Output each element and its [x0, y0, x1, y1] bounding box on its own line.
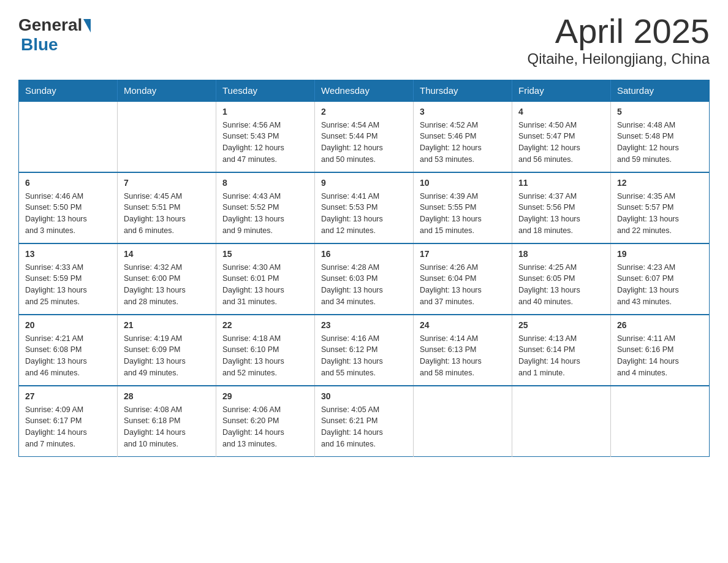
day-number: 2 — [321, 105, 407, 118]
day-info: Sunrise: 4:33 AM — [25, 262, 111, 274]
day-info: Sunrise: 4:32 AM — [124, 262, 210, 274]
day-number: 15 — [222, 248, 308, 261]
day-info: Daylight: 13 hours — [518, 213, 604, 225]
day-info: and 53 minutes. — [420, 154, 506, 166]
logo-general-text: General — [18, 15, 82, 35]
day-info: Sunrise: 4:08 AM — [124, 404, 210, 416]
day-info: and 25 minutes. — [25, 296, 111, 308]
day-number: 8 — [222, 177, 308, 190]
day-info: Daylight: 14 hours — [222, 427, 308, 439]
day-info: and 59 minutes. — [617, 154, 703, 166]
day-number: 4 — [518, 105, 604, 118]
calendar-cell: 12Sunrise: 4:35 AMSunset: 5:57 PMDayligh… — [611, 172, 710, 243]
day-info: Sunset: 6:17 PM — [25, 415, 111, 427]
weekday-header-tuesday: Tuesday — [216, 80, 315, 101]
day-info: Sunset: 6:21 PM — [321, 415, 407, 427]
day-number: 18 — [518, 248, 604, 261]
calendar-cell: 2Sunrise: 4:54 AMSunset: 5:44 PMDaylight… — [315, 101, 414, 172]
day-info: Sunrise: 4:26 AM — [420, 262, 506, 274]
day-info: and 52 minutes. — [222, 367, 308, 379]
day-info: Sunrise: 4:21 AM — [25, 333, 111, 345]
day-number: 5 — [617, 105, 703, 118]
day-info: and 22 minutes. — [617, 225, 703, 237]
calendar-cell: 1Sunrise: 4:56 AMSunset: 5:43 PMDaylight… — [216, 101, 315, 172]
day-info: Daylight: 14 hours — [617, 356, 703, 367]
week-row: 13Sunrise: 4:33 AMSunset: 5:59 PMDayligh… — [19, 243, 710, 315]
day-info: Sunset: 6:04 PM — [420, 273, 506, 285]
day-info: Sunset: 5:56 PM — [518, 202, 604, 213]
week-row: 27Sunrise: 4:09 AMSunset: 6:17 PMDayligh… — [19, 386, 710, 457]
day-info: Sunset: 6:05 PM — [518, 273, 604, 285]
day-info: Sunrise: 4:39 AM — [420, 191, 506, 202]
day-number: 14 — [124, 248, 210, 261]
day-number: 12 — [617, 177, 703, 190]
day-info: Sunrise: 4:13 AM — [518, 333, 604, 345]
day-number: 21 — [124, 319, 210, 332]
day-info: Sunrise: 4:54 AM — [321, 120, 407, 131]
day-info: and 58 minutes. — [420, 367, 506, 379]
calendar-cell: 13Sunrise: 4:33 AMSunset: 5:59 PMDayligh… — [19, 243, 118, 315]
day-info: Sunset: 5:53 PM — [321, 202, 407, 213]
calendar-cell: 3Sunrise: 4:52 AMSunset: 5:46 PMDaylight… — [414, 101, 512, 172]
day-number: 27 — [25, 390, 111, 403]
day-info: and 49 minutes. — [124, 367, 210, 379]
calendar-cell: 6Sunrise: 4:46 AMSunset: 5:50 PMDaylight… — [19, 172, 118, 243]
day-info: Daylight: 13 hours — [222, 285, 308, 296]
day-info: Daylight: 13 hours — [321, 213, 407, 225]
weekday-header-saturday: Saturday — [611, 80, 710, 101]
day-number: 22 — [222, 319, 308, 332]
calendar-header: SundayMondayTuesdayWednesdayThursdayFrid… — [19, 80, 710, 101]
day-info: Sunrise: 4:46 AM — [25, 191, 111, 202]
day-number: 28 — [124, 390, 210, 403]
day-number: 3 — [420, 105, 506, 118]
day-info: Sunset: 5:57 PM — [617, 202, 703, 213]
day-info: Daylight: 14 hours — [25, 427, 111, 439]
day-info: Sunset: 6:13 PM — [420, 344, 506, 356]
day-info: Daylight: 12 hours — [420, 142, 506, 154]
calendar-cell — [19, 101, 118, 172]
week-row: 1Sunrise: 4:56 AMSunset: 5:43 PMDaylight… — [19, 101, 710, 172]
calendar-title: April 2025 — [527, 12, 710, 50]
day-number: 10 — [420, 177, 506, 190]
calendar-cell: 19Sunrise: 4:23 AMSunset: 6:07 PMDayligh… — [611, 243, 710, 315]
day-number: 26 — [617, 319, 703, 332]
calendar-cell: 9Sunrise: 4:41 AMSunset: 5:53 PMDaylight… — [315, 172, 414, 243]
day-info: and 56 minutes. — [518, 154, 604, 166]
day-info: Sunset: 5:47 PM — [518, 131, 604, 142]
day-info: Sunrise: 4:41 AM — [321, 191, 407, 202]
calendar-cell: 24Sunrise: 4:14 AMSunset: 6:13 PMDayligh… — [414, 315, 512, 386]
calendar-cell: 14Sunrise: 4:32 AMSunset: 6:00 PMDayligh… — [118, 243, 216, 315]
calendar-cell: 23Sunrise: 4:16 AMSunset: 6:12 PMDayligh… — [315, 315, 414, 386]
day-info: Sunset: 6:07 PM — [617, 273, 703, 285]
day-info: Daylight: 13 hours — [25, 285, 111, 296]
day-info: and 37 minutes. — [420, 296, 506, 308]
day-info: Sunset: 5:44 PM — [321, 131, 407, 142]
day-info: Sunset: 6:01 PM — [222, 273, 308, 285]
weekday-header-wednesday: Wednesday — [315, 80, 414, 101]
day-number: 6 — [25, 177, 111, 190]
logo: General Blue — [18, 15, 91, 55]
day-info: Sunset: 5:52 PM — [222, 202, 308, 213]
day-info: Daylight: 13 hours — [124, 285, 210, 296]
calendar-cell — [611, 386, 710, 457]
day-info: Daylight: 14 hours — [321, 427, 407, 439]
calendar-cell: 21Sunrise: 4:19 AMSunset: 6:09 PMDayligh… — [118, 315, 216, 386]
week-row: 20Sunrise: 4:21 AMSunset: 6:08 PMDayligh… — [19, 315, 710, 386]
day-info: Sunrise: 4:50 AM — [518, 120, 604, 131]
day-info: Sunset: 6:14 PM — [518, 344, 604, 356]
calendar-cell: 25Sunrise: 4:13 AMSunset: 6:14 PMDayligh… — [512, 315, 611, 386]
day-info: Sunrise: 4:45 AM — [124, 191, 210, 202]
day-number: 13 — [25, 248, 111, 261]
day-info: and 4 minutes. — [617, 367, 703, 379]
day-info: Sunset: 5:51 PM — [124, 202, 210, 213]
day-info: Daylight: 12 hours — [518, 142, 604, 154]
calendar-cell: 22Sunrise: 4:18 AMSunset: 6:10 PMDayligh… — [216, 315, 315, 386]
day-info: Sunrise: 4:35 AM — [617, 191, 703, 202]
title-block: April 2025 Qitaihe, Heilongjiang, China — [527, 12, 710, 67]
day-info: Sunset: 6:16 PM — [617, 344, 703, 356]
day-info: Sunset: 6:20 PM — [222, 415, 308, 427]
calendar-subtitle: Qitaihe, Heilongjiang, China — [527, 50, 710, 67]
calendar-cell: 11Sunrise: 4:37 AMSunset: 5:56 PMDayligh… — [512, 172, 611, 243]
day-info: Sunrise: 4:14 AM — [420, 333, 506, 345]
day-info: and 47 minutes. — [222, 154, 308, 166]
